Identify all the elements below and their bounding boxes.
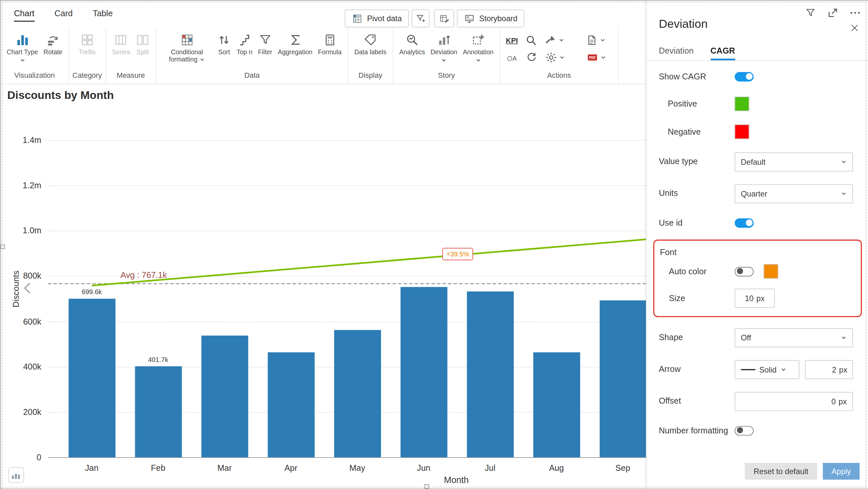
bar-mar[interactable] — [201, 336, 248, 457]
x-tick-label: Sep — [600, 463, 645, 472]
setting-label-positive: Positive — [659, 98, 735, 109]
size-input[interactable]: 10px — [735, 289, 775, 308]
tab-table[interactable]: Table — [93, 8, 113, 22]
value-type-dropdown[interactable]: Default — [735, 152, 853, 171]
use-id-toggle[interactable] — [735, 218, 754, 228]
ribbon-tabs: Chart Card Table — [14, 8, 113, 22]
ribbon-item-top-n[interactable]: Top n — [234, 33, 255, 56]
ribbon-item-analytics[interactable]: Analytics — [397, 33, 428, 56]
ribbon-group-story: AnalyticsDeviationAnnotationStory — [393, 27, 500, 84]
panel-tab-cagr[interactable]: CAGR — [710, 46, 735, 60]
x-tick-label: Jul — [468, 463, 512, 472]
ribbon-item-annotation[interactable]: Annotation — [460, 33, 496, 63]
apply-button[interactable]: Apply — [823, 463, 859, 480]
export-document-button[interactable] — [586, 34, 606, 46]
setting-label-offset: Offset — [659, 396, 735, 407]
negative-swatch[interactable] — [735, 124, 749, 139]
auto-color-swatch[interactable] — [764, 264, 778, 279]
ribbon-item-label: Deviation — [431, 49, 458, 56]
ribbon-group-visualization: Chart TypeRotateVisualization — [1, 27, 69, 84]
ribbon-item-formula[interactable]: Formula — [315, 33, 344, 56]
arrow-width-input[interactable]: 2px — [805, 360, 853, 379]
bar-aug[interactable] — [533, 352, 580, 457]
tab-card[interactable]: Card — [55, 8, 73, 22]
cagr-label[interactable]: +39.5% — [442, 248, 473, 260]
expand-icon[interactable] — [827, 7, 839, 19]
pivot-data-button[interactable]: Pivot data — [345, 9, 409, 27]
auto-color-toggle[interactable] — [735, 267, 754, 276]
series-icon — [114, 33, 128, 47]
quick-filter-button[interactable] — [411, 9, 429, 27]
ribbon-item-aggregation[interactable]: Aggregation — [275, 33, 315, 56]
export-pdf-button[interactable] — [586, 51, 606, 63]
toggle-knob — [746, 219, 752, 226]
font-color-button[interactable] — [506, 51, 518, 63]
number-formatting-toggle[interactable] — [735, 426, 754, 435]
y-tick-label: 400k — [9, 362, 41, 371]
offset-input[interactable]: 0px — [735, 392, 853, 410]
bar-sep[interactable] — [599, 300, 646, 457]
panel-body: Show CAGRPositiveNegativeValue typeDefau… — [647, 61, 868, 444]
ribbon-item-conditional-formatting[interactable]: Conditional formatting — [160, 33, 214, 63]
ribbon-item-filter[interactable]: Filter — [255, 33, 275, 56]
close-icon[interactable] — [849, 23, 859, 33]
setting-label-number-formatting: Number formatting — [659, 425, 735, 436]
gridline — [48, 231, 646, 231]
setting-use-id: Use id — [647, 209, 868, 236]
kpi-button[interactable]: KPI — [506, 36, 518, 44]
positive-swatch[interactable] — [735, 96, 749, 111]
setting-label-shape: Shape — [659, 332, 735, 343]
tab-chart[interactable]: Chart — [14, 8, 34, 22]
refresh-icon[interactable] — [525, 51, 537, 63]
units-dropdown[interactable]: Quarter — [735, 184, 853, 203]
more-options-icon[interactable] — [849, 7, 861, 19]
ribbon-item-rotate[interactable]: Rotate — [41, 33, 65, 56]
chevron-down-icon — [559, 37, 565, 43]
input-suffix: px — [756, 294, 765, 303]
analytics-icon — [405, 33, 419, 47]
panel-tab-deviation[interactable]: Deviation — [659, 46, 694, 60]
resize-handle-left[interactable] — [1, 244, 5, 249]
scroll-left-chevron[interactable] — [21, 279, 35, 297]
annotation-icon — [471, 33, 485, 47]
setting-show-cagr: Show CAGR — [647, 63, 868, 90]
format-painter-button[interactable] — [545, 34, 565, 46]
x-tick-label: Feb — [136, 463, 181, 472]
bar-jun[interactable] — [400, 287, 447, 457]
settings-panel: Deviation DeviationCAGR Show CAGRPositiv… — [646, 1, 868, 489]
x-axis-line — [48, 457, 646, 458]
ribbon-item-chart-type[interactable]: Chart Type — [4, 33, 41, 63]
filter-icon[interactable] — [805, 7, 816, 19]
pivot-icon — [352, 13, 363, 24]
search-icon[interactable] — [525, 34, 537, 46]
settings-button[interactable] — [545, 51, 565, 63]
edit-table-button[interactable] — [434, 9, 454, 27]
split-icon — [136, 33, 150, 47]
ribbon-item-data-labels[interactable]: Data labels — [352, 33, 390, 56]
arrow-dropdown[interactable]: Solid — [735, 360, 800, 379]
x-tick-label: Jan — [69, 463, 114, 472]
storyboard-button[interactable]: Storyboard — [457, 9, 525, 27]
setting-control-offset: 0px — [735, 392, 868, 410]
gridline — [48, 321, 646, 322]
chevron-down-icon — [600, 37, 606, 43]
bar-jul[interactable] — [467, 291, 514, 457]
visual-mini-icon[interactable] — [8, 467, 24, 483]
toggle-knob — [737, 268, 743, 275]
reset-to-default-button[interactable]: Reset to default — [745, 463, 817, 480]
shape-dropdown[interactable]: Off — [735, 328, 853, 347]
ribbon-item-deviation[interactable]: Deviation — [428, 33, 460, 63]
show-cagr-toggle[interactable] — [735, 72, 754, 81]
gear-icon — [545, 51, 557, 63]
bar-may[interactable] — [334, 330, 381, 457]
bar-apr[interactable] — [268, 352, 314, 457]
resize-handle-bottom[interactable] — [425, 484, 429, 489]
ribbon-item-label: Analytics — [399, 49, 425, 56]
setting-control-value-type: Default — [735, 152, 868, 171]
ribbon-item-sort[interactable]: Sort — [215, 33, 234, 56]
setting-label-arrow: Arrow — [659, 364, 735, 375]
setting-auto-color: Auto color — [654, 258, 861, 285]
chart-title: Discounts by Month — [7, 89, 114, 102]
bar-feb[interactable] — [135, 366, 182, 457]
bar-jan[interactable] — [68, 299, 115, 457]
